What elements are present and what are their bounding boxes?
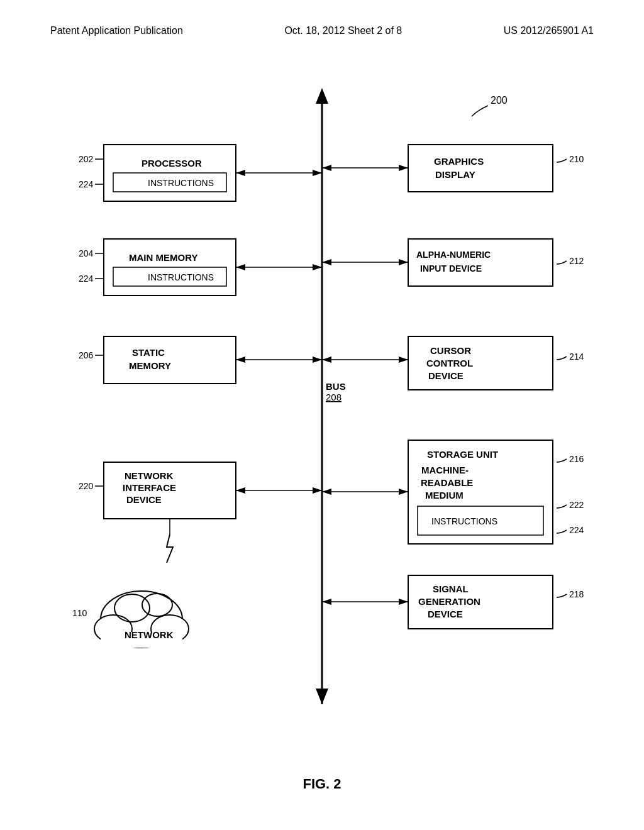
- static-memory-label2: MEMORY: [129, 360, 171, 371]
- ref-216: 216: [569, 454, 584, 464]
- alpha-numeric-label2: INPUT DEVICE: [420, 263, 482, 274]
- ref-212-line: [557, 261, 567, 264]
- proc-bus-arrow-right: [313, 170, 322, 176]
- signal-generation-label3: DEVICE: [428, 609, 463, 619]
- ref-210: 210: [569, 154, 584, 164]
- bus-ref: 208: [326, 392, 341, 402]
- bus-gd-arrow-right: [399, 165, 408, 171]
- ref-224-stor-line: [557, 530, 567, 533]
- bus-arrow-down: [316, 689, 328, 704]
- patent-page: Patent Application Publication Oct. 18, …: [0, 0, 644, 830]
- graphics-display-label2: DISPLAY: [435, 169, 475, 180]
- proc-bus-arrow-left: [236, 170, 245, 176]
- storage-unit-label: STORAGE UNIT: [427, 449, 498, 460]
- bus-gd-arrow-left: [322, 165, 331, 171]
- header-center: Oct. 18, 2012 Sheet 2 of 8: [284, 25, 402, 36]
- mm-bus-arrow-left: [236, 264, 245, 270]
- ni-bus-arrow-left: [236, 487, 245, 494]
- ref-202: 202: [79, 154, 94, 164]
- main-memory-instructions: INSTRUCTIONS: [148, 272, 214, 282]
- signal-generation-label1: SIGNAL: [433, 584, 469, 594]
- main-memory-label: MAIN MEMORY: [129, 252, 197, 263]
- ref-110: 110: [72, 608, 87, 618]
- diagram-container: 200 BUS 208 202 224 PROCESSOR INSTRUCTIO…: [31, 63, 613, 767]
- bus-cc-arrow-left: [322, 357, 331, 363]
- static-memory-label1: STATIC: [132, 347, 165, 358]
- ref-222: 222: [569, 500, 584, 510]
- alpha-numeric-label1: ALPHA-NUMERIC: [416, 250, 491, 260]
- bus-su-arrow-left: [322, 489, 331, 495]
- processor-label: PROCESSOR: [142, 158, 202, 169]
- graphics-display-box: [408, 145, 553, 192]
- ni-bus-arrow-right: [313, 487, 322, 494]
- bus-label: BUS: [326, 381, 346, 392]
- alpha-numeric-box: [408, 239, 553, 286]
- ref-200: 200: [491, 95, 508, 106]
- header-right: US 2012/265901 A1: [504, 25, 594, 36]
- ref-200-line: [472, 106, 488, 116]
- ref-218: 218: [569, 589, 584, 599]
- ref-222-line: [557, 505, 567, 508]
- mm-bus-arrow-right: [313, 264, 322, 270]
- network-interface-label3: DEVICE: [126, 494, 162, 505]
- ref-224-proc: 224: [79, 179, 94, 189]
- storage-machine-label1: MACHINE-: [421, 465, 469, 475]
- ref-214: 214: [569, 351, 584, 362]
- bus-sg-arrow-left: [322, 599, 331, 605]
- bus-an-arrow-left: [322, 259, 331, 265]
- cursor-control-label3: DEVICE: [428, 370, 464, 381]
- storage-machine-label2: READABLE: [421, 477, 473, 488]
- network-interface-label1: NETWORK: [125, 470, 174, 481]
- ref-224-stor: 224: [569, 525, 584, 535]
- bus-cc-arrow-right: [399, 357, 408, 363]
- diagram-svg: 200 BUS 208 202 224 PROCESSOR INSTRUCTIO…: [31, 63, 613, 767]
- figure-caption: FIG. 2: [0, 776, 644, 792]
- lightning-bolt: [167, 534, 173, 563]
- processor-instructions: INSTRUCTIONS: [148, 178, 214, 188]
- storage-instructions-label: INSTRUCTIONS: [431, 516, 497, 526]
- ref-214-line: [557, 357, 567, 360]
- bus-sg-arrow-right: [399, 599, 408, 605]
- signal-generation-label2: GENERATION: [418, 596, 480, 607]
- storage-machine-label3: MEDIUM: [425, 490, 464, 501]
- bus-arrow-up: [316, 88, 328, 104]
- ref-216-line: [557, 459, 567, 462]
- page-header: Patent Application Publication Oct. 18, …: [0, 25, 644, 36]
- ref-210-line: [557, 159, 567, 162]
- network-interface-label2: INTERFACE: [123, 482, 176, 493]
- network-label: NETWORK: [125, 629, 174, 640]
- ref-204: 204: [79, 248, 94, 258]
- graphics-display-label1: GRAPHICS: [434, 156, 484, 167]
- header-left: Patent Application Publication: [50, 25, 183, 36]
- ref-220: 220: [79, 481, 94, 491]
- sm-bus-arrow-right: [313, 357, 322, 363]
- bus-an-arrow-right: [399, 259, 408, 265]
- bus-su-arrow-right: [399, 489, 408, 495]
- ref-212: 212: [569, 256, 584, 266]
- cursor-control-label1: CURSOR: [430, 345, 471, 356]
- ref-206: 206: [79, 350, 94, 360]
- ref-224-mem: 224: [79, 274, 94, 284]
- svg-point-5: [142, 594, 172, 616]
- cursor-control-label2: CONTROL: [426, 358, 473, 368]
- ref-218-line: [557, 594, 567, 597]
- sm-bus-arrow-left: [236, 357, 245, 363]
